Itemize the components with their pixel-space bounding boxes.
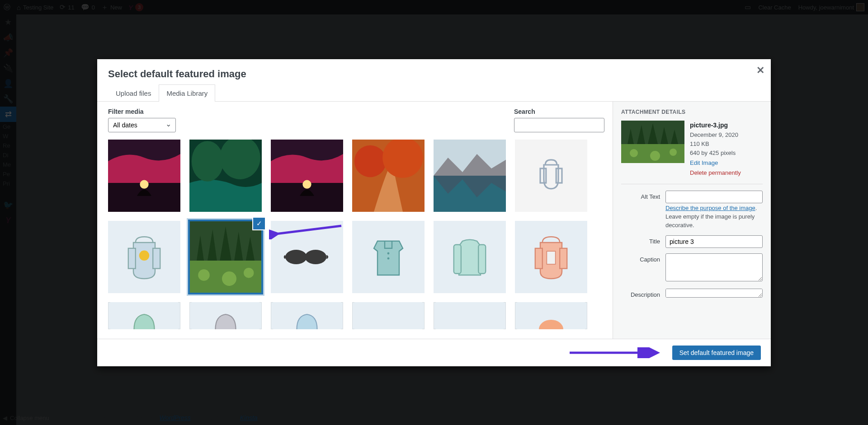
modal-overlay: ✕ Select default featured image Upload f… xyxy=(0,0,868,14)
